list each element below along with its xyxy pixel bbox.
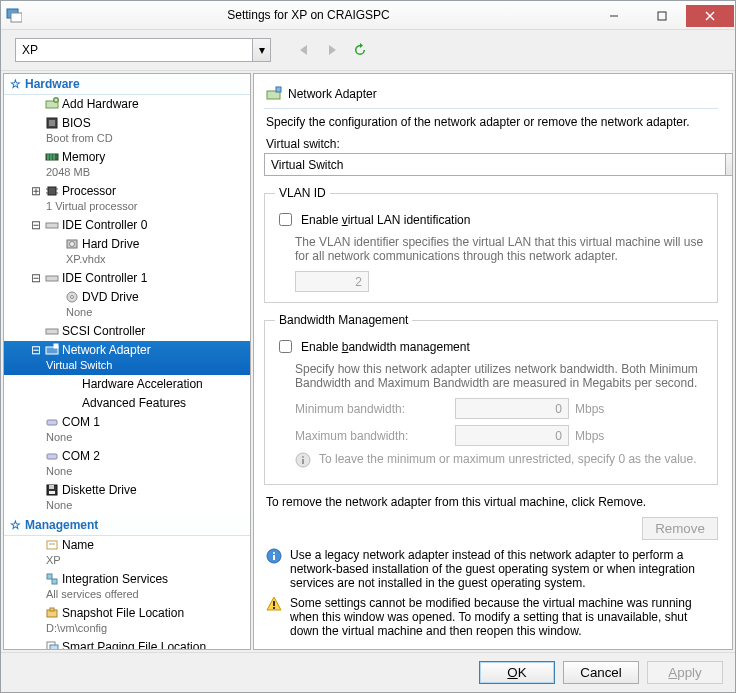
tree-ide0[interactable]: ⊟IDE Controller 0 bbox=[4, 216, 250, 235]
max-bw-label: Maximum bandwidth: bbox=[295, 429, 445, 443]
svg-rect-39 bbox=[47, 574, 52, 579]
svg-rect-29 bbox=[46, 329, 58, 334]
nav-forward-button[interactable] bbox=[321, 39, 343, 61]
maximize-button[interactable] bbox=[638, 5, 686, 27]
bw-unit: Mbps bbox=[575, 429, 707, 443]
svg-rect-37 bbox=[47, 541, 57, 549]
vm-selector[interactable]: XP ▾ bbox=[15, 38, 271, 62]
tree-add-hardware[interactable]: Add Hardware bbox=[4, 95, 250, 114]
svg-rect-46 bbox=[276, 87, 281, 92]
hdd-icon bbox=[64, 236, 80, 252]
dialog-buttons: OK Cancel Apply bbox=[1, 652, 735, 692]
svg-rect-35 bbox=[49, 485, 54, 489]
chevron-down-icon: ▾ bbox=[725, 154, 732, 175]
com-port-icon bbox=[44, 448, 60, 464]
chevron-down-icon: ▾ bbox=[252, 39, 270, 61]
vm-running-warning: Some settings cannot be modified because… bbox=[290, 596, 716, 638]
tree-com2[interactable]: COM 2 None bbox=[4, 447, 250, 481]
svg-point-48 bbox=[302, 456, 304, 458]
section-management[interactable]: ☆Management bbox=[4, 515, 250, 536]
enable-bandwidth-checkbox[interactable]: Enable bandwidth management bbox=[275, 337, 707, 356]
cancel-button[interactable]: Cancel bbox=[563, 661, 639, 684]
nav-back-button[interactable] bbox=[293, 39, 315, 61]
bandwidth-group: Bandwidth Management Enable bandwidth ma… bbox=[264, 313, 718, 485]
svg-rect-26 bbox=[46, 276, 58, 281]
tree-ide1[interactable]: ⊟IDE Controller 1 bbox=[4, 269, 250, 288]
tree-processor[interactable]: ⊞Processor 1 Virtual processor bbox=[4, 182, 250, 216]
snapshot-icon bbox=[44, 605, 60, 621]
tree-name[interactable]: Name XP bbox=[4, 536, 250, 570]
enable-vlan-checkbox[interactable]: Enable virtual LAN identification bbox=[275, 210, 707, 229]
virtual-switch-select[interactable]: Virtual Switch ▾ bbox=[264, 153, 732, 176]
svg-marker-7 bbox=[329, 45, 336, 55]
svg-point-28 bbox=[71, 296, 74, 299]
ok-button[interactable]: OK bbox=[479, 661, 555, 684]
tree-dvd-drive[interactable]: DVD Drive None bbox=[4, 288, 250, 322]
bw-unit: Mbps bbox=[575, 402, 707, 416]
tree-scsi[interactable]: SCSI Controller bbox=[4, 322, 250, 341]
svg-point-51 bbox=[273, 552, 275, 554]
minimize-button[interactable] bbox=[590, 5, 638, 27]
tree-memory[interactable]: Memory 2048 MB bbox=[4, 148, 250, 182]
svg-rect-49 bbox=[302, 459, 304, 464]
svg-line-4 bbox=[706, 12, 714, 20]
settings-window: Settings for XP on CRAIGSPC XP ▾ ☆Hardwa… bbox=[0, 0, 736, 693]
svg-line-5 bbox=[706, 12, 714, 20]
collapse-icon[interactable]: ⊟ bbox=[30, 343, 42, 358]
tree-com1[interactable]: COM 1 None bbox=[4, 413, 250, 447]
svg-marker-6 bbox=[300, 45, 307, 55]
svg-rect-52 bbox=[273, 555, 275, 560]
collapse-icon[interactable]: ⊟ bbox=[30, 271, 42, 286]
svg-rect-40 bbox=[52, 579, 57, 584]
virtual-switch-label: Virtual switch: bbox=[266, 137, 716, 151]
svg-rect-36 bbox=[49, 491, 55, 494]
tree-smart-paging-location[interactable]: Smart Paging File Location D:\vm\config bbox=[4, 638, 250, 650]
tree-diskette[interactable]: Diskette Drive None bbox=[4, 481, 250, 515]
svg-rect-13 bbox=[49, 120, 55, 126]
nic-icon bbox=[44, 342, 60, 358]
tree-snapshot-location[interactable]: Snapshot File Location D:\vm\config bbox=[4, 604, 250, 638]
svg-rect-1 bbox=[11, 13, 22, 22]
toolbar: XP ▾ bbox=[1, 30, 735, 71]
info-icon bbox=[295, 452, 311, 468]
svg-rect-31 bbox=[54, 344, 58, 348]
com-port-icon bbox=[44, 414, 60, 430]
controller-icon bbox=[44, 270, 60, 286]
svg-rect-3 bbox=[658, 12, 666, 20]
vm-selector-value: XP bbox=[22, 43, 38, 57]
paging-icon bbox=[44, 639, 60, 650]
tree-hard-drive[interactable]: Hard Drive XP.vhdx bbox=[4, 235, 250, 269]
tree-advanced-features[interactable]: Advanced Features bbox=[4, 394, 250, 413]
legacy-adapter-info: Use a legacy network adapter instead of … bbox=[290, 548, 716, 590]
settings-tree[interactable]: ☆Hardware Add Hardware BIOS Boot from CD… bbox=[3, 73, 251, 650]
svg-rect-18 bbox=[48, 187, 56, 195]
virtual-switch-value: Virtual Switch bbox=[271, 158, 343, 172]
vlan-id-input: 2 bbox=[295, 271, 369, 292]
bandwidth-legend: Bandwidth Management bbox=[275, 313, 412, 327]
chip-icon bbox=[44, 115, 60, 131]
memory-icon bbox=[44, 149, 60, 165]
collapse-icon[interactable]: ⊟ bbox=[30, 218, 42, 233]
warning-icon bbox=[266, 596, 282, 612]
svg-rect-33 bbox=[47, 454, 57, 459]
dvd-icon bbox=[64, 289, 80, 305]
tree-integration-services[interactable]: Integration Services All services offere… bbox=[4, 570, 250, 604]
tree-hw-accel[interactable]: Hardware Acceleration bbox=[4, 375, 250, 394]
tree-bios[interactable]: BIOS Boot from CD bbox=[4, 114, 250, 148]
section-hardware[interactable]: ☆Hardware bbox=[4, 74, 250, 95]
cpu-icon bbox=[44, 183, 60, 199]
panel-title: Network Adapter bbox=[288, 87, 377, 101]
min-bw-input: 0 bbox=[455, 398, 569, 419]
svg-rect-42 bbox=[50, 608, 54, 611]
tree-network-adapter[interactable]: ⊟Network Adapter Virtual Switch bbox=[4, 341, 250, 375]
refresh-button[interactable] bbox=[349, 39, 371, 61]
remove-button: Remove bbox=[642, 517, 718, 540]
name-icon bbox=[44, 537, 60, 553]
close-button[interactable] bbox=[686, 5, 734, 27]
expand-icon[interactable]: ⊞ bbox=[30, 184, 42, 199]
titlebar: Settings for XP on CRAIGSPC bbox=[1, 1, 735, 30]
controller-icon bbox=[44, 217, 60, 233]
panel-description: Specify the configuration of the network… bbox=[266, 115, 716, 129]
vlan-help: The VLAN identifier specifies the virtua… bbox=[295, 235, 705, 263]
controller-icon bbox=[44, 323, 60, 339]
